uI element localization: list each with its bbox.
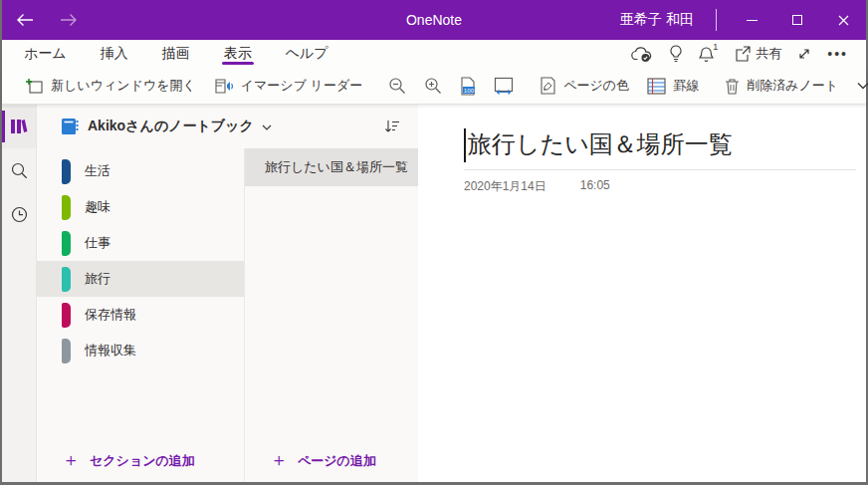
deleted-notes-label: 削除済みノート (747, 77, 838, 95)
ruled-lines-label: 罫線 (673, 77, 699, 95)
page-color-icon (540, 77, 556, 95)
section-row-saved-info[interactable]: 保存情報 (37, 297, 244, 333)
sync-status-button[interactable] (625, 43, 659, 66)
zoom-100-badge: 100 (464, 86, 475, 93)
clock-icon (11, 206, 28, 223)
page-row[interactable]: 旅行したい国＆場所一覧 (245, 148, 418, 186)
page-color-label: ページの色 (563, 77, 629, 95)
new-window-button[interactable]: 新しいウィンドウを開く (16, 73, 205, 99)
text-cursor (464, 128, 466, 162)
notebook-title: Akikoさんのノートブック (88, 118, 254, 135)
page-title-input[interactable]: 旅行したい国＆場所一覧 (468, 128, 733, 159)
tell-me-button[interactable] (663, 42, 689, 66)
notifications-button[interactable]: 1 (693, 43, 725, 66)
rail-search-button[interactable] (2, 148, 36, 192)
section-color-tab (62, 231, 71, 256)
notebook-icon (61, 118, 80, 135)
maximize-icon (792, 15, 802, 25)
zoom-out-icon (388, 77, 406, 95)
search-icon (11, 162, 28, 179)
rail-notebooks-button[interactable] (2, 105, 36, 148)
forward-arrow-icon[interactable] (54, 0, 84, 40)
bell-icon (699, 46, 714, 63)
section-color-tab (62, 267, 71, 292)
page-date: 2020年1月14日 (464, 178, 546, 195)
app-title: OneNote (406, 12, 462, 28)
page-width-button[interactable] (485, 73, 523, 99)
minimize-icon (747, 20, 758, 21)
immersive-reader-icon (214, 78, 234, 95)
share-icon (735, 46, 753, 62)
notification-count-badge: 1 (713, 42, 718, 52)
sort-icon (384, 120, 400, 133)
notebook-dropdown[interactable]: Akikoさんのノートブック (37, 105, 418, 148)
maximize-button[interactable] (774, 0, 820, 40)
zoom-in-icon (424, 77, 442, 95)
toolbar-overflow-button[interactable] (847, 78, 868, 94)
add-page-button[interactable]: ＋ ページの追加 (245, 440, 418, 482)
title-underline (464, 169, 856, 170)
lightbulb-icon (669, 45, 683, 63)
minimize-button[interactable] (729, 0, 774, 40)
immersive-reader-label: イマーシブ リーダー (241, 77, 362, 95)
page-list-panel: 旅行したい国＆場所一覧 ＋ ページの追加 (245, 148, 418, 482)
add-section-button[interactable]: ＋ セクションの追加 (37, 440, 244, 482)
cloud-sync-icon (631, 46, 653, 63)
sort-button[interactable] (380, 116, 404, 137)
zoom-in-button[interactable] (415, 73, 451, 99)
fullscreen-button[interactable] (791, 44, 817, 64)
section-row-travel[interactable]: 旅行 (37, 261, 244, 297)
ruled-lines-button[interactable]: 罫線 (638, 73, 708, 99)
tab-insert[interactable]: 挿入 (99, 40, 130, 68)
share-button[interactable]: 共有 (729, 42, 787, 66)
new-window-label: 新しいウィンドウを開く (51, 77, 196, 95)
section-row-work[interactable]: 仕事 (37, 225, 244, 261)
titlebar: OneNote 亜希子 和田 (2, 0, 866, 40)
section-row-info-gathering[interactable]: 情報収集 (37, 333, 244, 368)
zoom-out-button[interactable] (379, 73, 415, 99)
section-color-tab (62, 195, 71, 220)
immersive-reader-button[interactable]: イマーシブ リーダー (205, 73, 371, 99)
plus-icon: ＋ (62, 451, 80, 469)
chevron-down-icon (857, 82, 868, 90)
tab-draw[interactable]: 描画 (160, 40, 192, 68)
tab-help[interactable]: ヘルプ (284, 40, 330, 68)
page-canvas[interactable]: 旅行したい国＆場所一覧 2020年1月14日 16:05 (418, 105, 866, 482)
close-button[interactable] (820, 0, 866, 40)
notebook-pane: Akikoさんのノートブック 生活 (36, 105, 418, 482)
section-color-tab (62, 159, 71, 184)
tab-view[interactable]: 表示 (222, 40, 254, 68)
new-window-icon (25, 78, 44, 95)
zoom-100-page-icon: 100 (460, 77, 476, 96)
account-button[interactable]: 亜希子 和田 (620, 11, 694, 29)
expand-icon (797, 47, 811, 61)
ellipsis-icon: ••• (827, 46, 848, 62)
titlebar-divider (716, 9, 717, 31)
deleted-notes-button[interactable]: 削除済みノート (716, 73, 847, 99)
section-row-hobby[interactable]: 趣味 (37, 189, 244, 225)
ruled-lines-icon (647, 78, 666, 95)
rail-recent-notes-button[interactable] (2, 192, 36, 236)
share-label: 共有 (756, 45, 781, 63)
section-color-tab (62, 303, 71, 328)
page-time: 16:05 (580, 178, 610, 195)
section-list-panel: 生活 趣味 仕事 旅行 (37, 148, 245, 482)
section-row-life[interactable]: 生活 (37, 153, 244, 189)
menubar: ホーム 挿入 描画 表示 ヘルプ (2, 40, 866, 68)
trash-icon (725, 78, 740, 95)
close-icon (838, 15, 849, 26)
plus-icon: ＋ (270, 451, 288, 469)
section-color-tab (62, 339, 71, 364)
onenote-window: OneNote 亜希子 和田 ホーム 挿入 描画 表示 ヘルプ (0, 0, 868, 485)
page-width-icon (494, 77, 514, 95)
back-arrow-icon[interactable] (10, 0, 40, 40)
view-toolbar: 新しいウィンドウを開く イマーシブ リーダー (2, 68, 866, 105)
chevron-down-icon (262, 124, 272, 131)
page-color-button[interactable]: ページの色 (531, 73, 638, 99)
tab-home[interactable]: ホーム (22, 40, 69, 68)
more-options-button[interactable]: ••• (821, 43, 854, 65)
zoom-100-button[interactable]: 100 (451, 73, 485, 100)
nav-rail (2, 105, 36, 482)
notebooks-icon (10, 119, 28, 134)
